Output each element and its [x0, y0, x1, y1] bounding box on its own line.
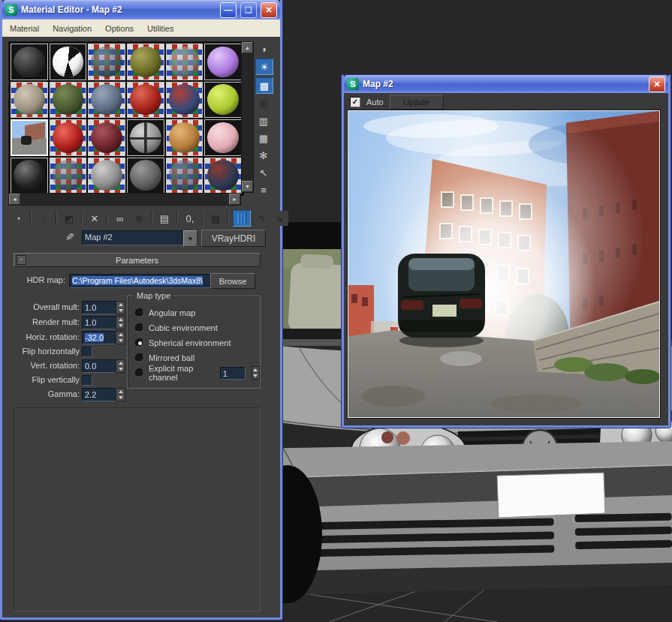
sample-slot-3[interactable]	[88, 44, 125, 80]
sample-slot-23[interactable]	[166, 158, 203, 194]
assign-material-to-selection-button: ◩	[61, 211, 77, 226]
material-map-navigator-button[interactable]: ≡	[255, 182, 272, 197]
hdr-map-path-value: C:\Program Files\Autodesk\3dsMax8\	[72, 276, 203, 285]
pick-material-eyedropper-icon[interactable]: ✎	[65, 231, 74, 243]
material-name-dropdown[interactable]: Map #2	[82, 230, 185, 245]
material-sphere	[207, 160, 239, 191]
render-mult-row: Render mult: 1.0	[2, 316, 126, 329]
put-to-library-icon: ▤	[160, 213, 169, 224]
scroll-right-icon[interactable]: ►	[229, 194, 240, 205]
dropdown-arrow-icon[interactable]: ▼	[183, 230, 197, 247]
maximize-button[interactable]: ❏	[240, 2, 257, 18]
menu-utilities[interactable]: Utilities	[147, 24, 173, 33]
make-preview-button[interactable]: ▦	[255, 131, 272, 146]
radio-mirrored-ball[interactable]: Mirrored ball	[135, 352, 194, 364]
flip-horizontal-checkbox[interactable]	[82, 347, 92, 357]
radio-spherical-environment[interactable]: Spherical environment	[135, 337, 231, 349]
menu-material[interactable]: Material	[10, 24, 39, 33]
vert-rotation-spinner[interactable]	[116, 359, 125, 373]
backlight-button[interactable]: ☀	[255, 59, 273, 75]
radio-explicit-map-channel[interactable]: Explicit map channel 1	[135, 367, 260, 379]
overall-mult-spinner[interactable]	[116, 301, 125, 314]
scroll-up-icon[interactable]: ▲	[242, 42, 253, 53]
sample-slot-2[interactable]	[50, 44, 87, 80]
map-channel-spinner[interactable]	[252, 366, 260, 380]
sample-slot-17[interactable]	[166, 119, 203, 156]
material-sphere	[169, 160, 200, 191]
sample-slot-10[interactable]	[127, 82, 164, 119]
sample-slot-15[interactable]	[88, 119, 125, 156]
material-sphere	[130, 160, 161, 191]
toolbar-separator	[151, 212, 152, 224]
toolbar-separator	[107, 212, 108, 224]
minimize-button[interactable]: —	[220, 2, 237, 18]
sample-slot-12[interactable]	[204, 82, 242, 119]
sample-slot-19[interactable]	[11, 158, 48, 194]
close-button[interactable]: ✕	[261, 2, 277, 18]
scroll-left-icon[interactable]: ◄	[9, 194, 20, 205]
sample-slot-9[interactable]	[88, 82, 125, 119]
hdr-map-path-field[interactable]: C:\Program Files\Autodesk\3dsMax8\	[69, 274, 212, 288]
map-channel-field[interactable]: 1	[220, 367, 246, 380]
scroll-down-icon[interactable]: ▼	[242, 181, 253, 192]
show-map-in-viewport-icon: ▦	[211, 213, 220, 224]
material-type-button[interactable]: VRayHDRI	[201, 230, 266, 247]
flip-horizontal-label: Flip horizontally	[23, 347, 80, 356]
toolbar-separator	[228, 212, 229, 224]
render-mult-spinner[interactable]	[116, 316, 125, 329]
sample-vertical-scrollbar[interactable]: ▲ ▼	[241, 41, 254, 193]
material-id-channel-button[interactable]: 0,	[182, 211, 198, 226]
sample-slot-22[interactable]	[127, 158, 164, 194]
sample-slot-14[interactable]	[50, 119, 87, 156]
vert-rotation-field[interactable]: 0.0	[82, 359, 118, 373]
radio-angular-map[interactable]: Angular map	[135, 307, 195, 319]
material-sphere	[14, 84, 45, 115]
reset-map-button[interactable]: ✕	[86, 211, 103, 226]
material-editor-body: ▲ ▼ ◄ ► ◑☀▩⊞▥▦✻↖≡ ◔↑◩✕∞⊕▤0,▦↰↳ ✎ Map #2 …	[2, 37, 280, 617]
radio-cubic-environment[interactable]: Cubic environment	[135, 322, 218, 334]
sample-slot-21[interactable]	[88, 158, 125, 194]
rollout-collapse-icon[interactable]: -	[17, 255, 26, 265]
overall-mult-field[interactable]: 1.0	[82, 301, 118, 314]
sample-slot-8[interactable]	[50, 82, 87, 119]
sample-slot-18[interactable]	[204, 119, 242, 156]
put-to-library-button[interactable]: ▤	[156, 211, 173, 226]
menu-navigation[interactable]: Navigation	[53, 24, 92, 33]
horiz-rotation-field[interactable]: -32.0	[82, 331, 118, 344]
preview-close-button[interactable]: ✕	[649, 77, 665, 92]
flip-vertical-checkbox[interactable]	[82, 375, 92, 386]
background-button[interactable]: ▩	[255, 77, 273, 94]
auto-checkbox[interactable]: ✓	[350, 97, 360, 107]
gamma-spinner[interactable]	[116, 388, 125, 401]
make-material-copy-button[interactable]: ∞	[112, 211, 128, 226]
sample-slot-1[interactable]	[11, 44, 48, 80]
browse-button[interactable]: Browse	[210, 273, 255, 289]
sample-slot-grid	[8, 41, 244, 196]
material-editor-titlebar[interactable]: S Material Editor - Map #2 — ❏ ✕	[2, 0, 280, 20]
sample-slot-20[interactable]	[50, 158, 87, 194]
gamma-field[interactable]: 2.2	[82, 388, 118, 401]
horiz-rotation-spinner[interactable]	[116, 331, 125, 344]
sample-slot-7[interactable]	[11, 82, 48, 119]
sample-slot-6[interactable]	[204, 44, 242, 80]
sample-slot-4[interactable]	[127, 44, 164, 80]
update-button[interactable]: Update	[390, 95, 444, 110]
sample-type-button[interactable]: ◑	[255, 41, 272, 56]
background-icon: ▩	[260, 80, 269, 92]
sample-horizontal-scrollbar[interactable]: ◄ ►	[8, 193, 241, 206]
material-editor-options-button[interactable]: ✻	[255, 148, 272, 163]
preview-titlebar[interactable]: S Map #2 ✕	[344, 75, 668, 93]
sample-slot-11[interactable]	[166, 82, 203, 119]
show-end-result-button[interactable]	[233, 210, 251, 227]
video-color-check-button[interactable]: ▥	[255, 113, 272, 128]
sample-slot-5[interactable]	[166, 44, 203, 80]
render-mult-field[interactable]: 1.0	[82, 316, 118, 329]
get-material-button[interactable]: ◔	[10, 211, 26, 226]
menu-options[interactable]: Options	[105, 24, 134, 33]
sample-slot-24[interactable]	[204, 158, 242, 194]
sample-slot-16[interactable]	[127, 119, 164, 156]
overall-mult-row: Overall mult: 1.0	[2, 301, 126, 314]
parameters-rollout-header[interactable]: - Parameters	[14, 253, 261, 267]
sample-slot-13[interactable]	[11, 119, 48, 156]
select-by-material-button[interactable]: ↖	[255, 165, 272, 180]
